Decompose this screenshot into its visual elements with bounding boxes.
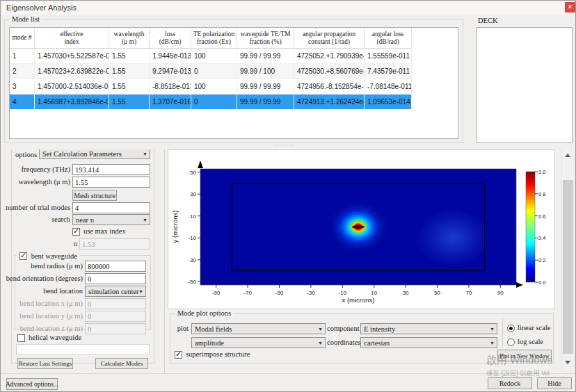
- column-header[interactable]: waveguide TE/TMfraction (%): [237, 28, 294, 49]
- helical-waveguide-checkbox[interactable]: [17, 334, 25, 342]
- options-select[interactable]: Set Calculation Parameters▼: [39, 149, 150, 159]
- bend-radius-input[interactable]: [85, 261, 146, 272]
- table-cell[interactable]: 4724956.-8.152854e-012i: [294, 79, 365, 95]
- close-icon[interactable]: ✕: [565, 2, 575, 13]
- bend-z-input: [85, 323, 146, 334]
- chevron-down-icon: ▼: [318, 341, 323, 346]
- redock-button[interactable]: Redock: [488, 377, 532, 389]
- table-cell[interactable]: 4725052.+1.790939e-012i: [294, 49, 365, 64]
- y-tick-label: 10: [190, 213, 196, 220]
- wavelength-input[interactable]: [72, 177, 150, 188]
- bend-orientation-input[interactable]: [85, 273, 146, 284]
- scroll-down-icon[interactable]: [565, 361, 570, 364]
- table-cell[interactable]: 1.457030+5.522587e-019i: [35, 49, 109, 64]
- component-select[interactable]: E intensity▼: [360, 323, 497, 334]
- table-cell[interactable]: 3: [10, 79, 35, 95]
- column-header[interactable]: wavelength(μ m): [109, 28, 150, 49]
- trial-modes-label: number of trial modes: [1, 204, 70, 211]
- table-cell[interactable]: 1.55: [109, 95, 150, 110]
- table-cell[interactable]: 4: [10, 95, 35, 110]
- table-cell[interactable]: 1.457000-2.514036e-018i: [35, 79, 109, 95]
- scroll-up-icon[interactable]: [565, 154, 570, 157]
- x-tick-label: 10: [371, 290, 377, 296]
- x-tick-label: 50: [434, 290, 440, 296]
- plot-select[interactable]: Modal fields▼: [191, 323, 326, 334]
- mode-list-table[interactable]: mode #effectiveindexwavelength(μ m)loss(…: [9, 27, 458, 139]
- bent-waveguide-checkbox[interactable]: [19, 252, 27, 260]
- table-cell[interactable]: 1.457023+2.639822e-018i: [35, 64, 109, 79]
- column-header[interactable]: mode #: [10, 28, 35, 49]
- superimpose-structure-checkbox[interactable]: [175, 351, 182, 359]
- x-tick-label: -90: [212, 290, 221, 296]
- table-cell[interactable]: 99.99 / 99.99: [237, 49, 294, 64]
- colorbar: [526, 172, 535, 282]
- table-cell[interactable]: 1.456987+3.892846e-022i: [35, 95, 109, 110]
- table-cell[interactable]: 100: [191, 79, 237, 95]
- column-header[interactable]: angular propagationconstant (1/rad): [294, 28, 365, 49]
- table-cell[interactable]: -7.08148e-011: [365, 79, 412, 95]
- table-cell[interactable]: 1: [10, 49, 35, 64]
- linear-scale-radio[interactable]: [507, 325, 515, 332]
- table-cell[interactable]: 9.2947e-013: [150, 64, 191, 79]
- table-cell[interactable]: 99.99 / 100: [237, 64, 294, 79]
- table-cell[interactable]: 1.3707e-016: [150, 95, 191, 110]
- component-label: component: [327, 325, 359, 332]
- table-cell[interactable]: 1.55559e-011: [365, 49, 412, 64]
- colorbar-tick-label: 1.0: [538, 169, 545, 175]
- table-cell[interactable]: 100: [191, 49, 237, 64]
- x-tick-label: -50: [275, 290, 284, 296]
- table-cell[interactable]: 1.09653e-014: [365, 95, 412, 110]
- n-input: [79, 238, 150, 250]
- column-header[interactable]: effectiveindex: [35, 28, 109, 49]
- use-max-index-checkbox[interactable]: [72, 228, 80, 236]
- search-select[interactable]: near n▼: [72, 214, 150, 225]
- column-header[interactable]: TE polarizationfraction (Ex): [191, 28, 237, 49]
- vertical-scrollbar[interactable]: [561, 149, 573, 370]
- mode-field-plot-panel[interactable]: -90-70-50-30-101030507090 503010-10-30-5…: [168, 149, 555, 309]
- frequency-input[interactable]: [72, 164, 150, 175]
- mesh-structure-button[interactable]: Mesh structure: [72, 190, 117, 201]
- calculate-modes-button[interactable]: Calculate Modes: [95, 358, 148, 369]
- table-cell[interactable]: 1.55: [109, 79, 150, 95]
- deck-list[interactable]: [477, 27, 573, 143]
- search-label: search: [1, 215, 70, 223]
- table-cell[interactable]: 99.99 / 99.99: [237, 95, 294, 110]
- colorbar-tick-label: 0.2: [538, 257, 545, 263]
- plot-in-new-window-button[interactable]: Plot in New Window: [497, 350, 552, 361]
- restore-last-settings-button[interactable]: Restore Last Settings: [17, 358, 73, 369]
- table-cell[interactable]: 99.99 / 99.99: [237, 79, 294, 95]
- bend-orientation-label: bend orientation (degrees): [3, 275, 83, 282]
- table-cell[interactable]: 2: [10, 64, 35, 79]
- trial-modes-input[interactable]: [72, 202, 150, 213]
- helical-waveguide-label: helical waveguide: [29, 334, 81, 341]
- n-label: n: [42, 240, 77, 247]
- amplitude-select[interactable]: amplitude▼: [191, 337, 326, 348]
- log-scale-radio[interactable]: [507, 338, 515, 346]
- coordinates-label: coordinates: [327, 338, 359, 346]
- title-bar: [1, 1, 575, 15]
- table-cell[interactable]: -8.8518e-013: [150, 79, 191, 95]
- x-tick-label: 90: [497, 290, 504, 296]
- table-cell[interactable]: 1.9445e-013: [150, 49, 191, 64]
- colorbar-tick-label: 0.6: [538, 213, 545, 220]
- hide-button[interactable]: Hide: [537, 377, 572, 389]
- column-header[interactable]: angular loss(dB/rad): [365, 28, 412, 49]
- scrollbar-thumb[interactable]: [563, 180, 573, 354]
- table-cell[interactable]: 1.55: [109, 64, 150, 79]
- window-title: Eigensolver Analysis: [6, 3, 77, 12]
- table-cell[interactable]: 7.43579e-011: [365, 64, 412, 79]
- y-tick-label: -30: [188, 257, 196, 263]
- column-header[interactable]: loss(dB/cm): [150, 28, 191, 49]
- coordinates-select[interactable]: cartesian▼: [360, 337, 497, 348]
- table-cell[interactable]: 0: [191, 95, 237, 110]
- chevron-down-icon: ▼: [143, 218, 147, 223]
- bend-location-select[interactable]: simulation center▼: [85, 286, 146, 297]
- advanced-options-button[interactable]: Advanced options...: [6, 378, 58, 390]
- table-cell[interactable]: 1.55: [109, 49, 150, 64]
- table-cell[interactable]: 4725030.+8.560769e-012i: [294, 64, 365, 79]
- chevron-down-icon: ▼: [490, 341, 495, 346]
- mode-list-group-label: Mode list: [9, 15, 42, 23]
- table-cell[interactable]: 4724913.+1.262424e-015i: [294, 95, 365, 110]
- splitter-handle[interactable]: ········: [274, 142, 294, 149]
- table-cell[interactable]: 0: [191, 64, 237, 79]
